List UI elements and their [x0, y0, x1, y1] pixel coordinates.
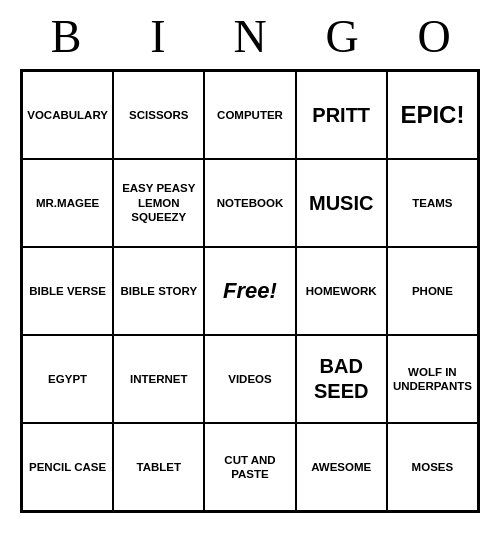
cell-r2-c2[interactable]: Free! — [204, 247, 295, 335]
letter-o: O — [394, 10, 474, 63]
cell-r4-c3[interactable]: AWESOME — [296, 423, 387, 511]
letter-i: I — [118, 10, 198, 63]
cell-r1-c0[interactable]: MR.MAGEE — [22, 159, 113, 247]
cell-r0-c0[interactable]: VOCABULARY — [22, 71, 113, 159]
cell-r2-c1[interactable]: BIBLE STORY — [113, 247, 204, 335]
bingo-grid: VOCABULARYSCISSORSCOMPUTERPRITTEPIC!MR.M… — [20, 69, 480, 513]
cell-r4-c0[interactable]: PENCIL CASE — [22, 423, 113, 511]
cell-r0-c4[interactable]: EPIC! — [387, 71, 478, 159]
letter-n: N — [210, 10, 290, 63]
cell-r1-c2[interactable]: NOTEBOOK — [204, 159, 295, 247]
cell-r4-c4[interactable]: MOSES — [387, 423, 478, 511]
bingo-header: B I N G O — [20, 0, 480, 69]
cell-r2-c3[interactable]: HOMEWORK — [296, 247, 387, 335]
cell-r1-c3[interactable]: MUSIC — [296, 159, 387, 247]
cell-r1-c1[interactable]: EASY PEASY LEMON SQUEEZY — [113, 159, 204, 247]
cell-r0-c1[interactable]: SCISSORS — [113, 71, 204, 159]
cell-r2-c4[interactable]: PHONE — [387, 247, 478, 335]
cell-r3-c4[interactable]: WOLF IN UNDERPANTS — [387, 335, 478, 423]
letter-g: G — [302, 10, 382, 63]
cell-r3-c1[interactable]: INTERNET — [113, 335, 204, 423]
cell-r1-c4[interactable]: TEAMS — [387, 159, 478, 247]
cell-r0-c2[interactable]: COMPUTER — [204, 71, 295, 159]
cell-r4-c2[interactable]: CUT AND PASTE — [204, 423, 295, 511]
cell-r3-c0[interactable]: EGYPT — [22, 335, 113, 423]
letter-b: B — [26, 10, 106, 63]
cell-r2-c0[interactable]: BIBLE VERSE — [22, 247, 113, 335]
cell-r3-c2[interactable]: VIDEOS — [204, 335, 295, 423]
cell-r4-c1[interactable]: TABLET — [113, 423, 204, 511]
cell-r0-c3[interactable]: PRITT — [296, 71, 387, 159]
cell-r3-c3[interactable]: BAD SEED — [296, 335, 387, 423]
